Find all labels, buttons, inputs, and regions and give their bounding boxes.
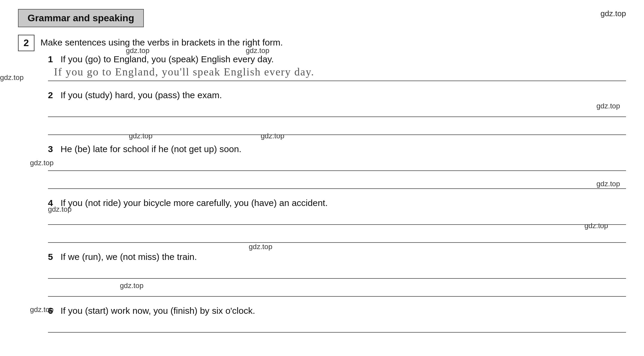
watermark-3: gdz.top [246, 46, 269, 55]
grammar-title: Grammar and speaking [18, 9, 144, 27]
question-1-text: 1 If you (go) to England, you (speak) En… [48, 54, 626, 64]
q4-second-line [48, 228, 626, 243]
q6-number: 6 [48, 306, 57, 316]
question-5-text: 5 If we (run), we (not miss) the train. [48, 252, 626, 262]
q5-answer-container [48, 264, 626, 297]
q2-content: If you (study) hard, you (pass) the exam… [61, 90, 222, 100]
exercise-number: 2 [18, 35, 34, 51]
watermark-13: gdz.top [249, 243, 272, 251]
question-4-text: 4 If you (not ride) your bicycle more ca… [48, 198, 626, 208]
q3-answer-container [48, 156, 626, 189]
q1-content: If you (go) to England, you (speak) Engl… [61, 54, 274, 64]
q1-handwritten: If you go to England, you'll speak Engli… [48, 66, 626, 78]
question-4: 4 If you (not ride) your bicycle more ca… [48, 198, 626, 243]
question-5: 5 If we (run), we (not miss) the train. [48, 252, 626, 297]
q5-second-line [48, 282, 626, 297]
watermark-5: gdz.top [0, 73, 24, 82]
q5-answer-line [48, 264, 626, 279]
q5-number: 5 [48, 252, 57, 262]
q6-answer-container [48, 318, 626, 333]
question-2: 2 If you (study) hard, you (pass) the ex… [48, 90, 626, 135]
q3-content: He (be) late for school if he (not get u… [61, 144, 242, 154]
q6-answer-line [48, 318, 626, 333]
header-section: Grammar and speaking gdz.top [18, 9, 626, 27]
q4-answer-line [48, 210, 626, 225]
question-3: 3 He (be) late for school if he (not get… [48, 144, 626, 189]
q3-answer-line [48, 156, 626, 171]
question-1: 1 If you (go) to England, you (speak) En… [48, 54, 626, 81]
q3-number: 3 [48, 144, 57, 154]
q5-content: If we (run), we (not miss) the train. [61, 252, 197, 262]
q1-answer-line: If you go to England, you'll speak Engli… [48, 66, 626, 81]
q4-content: If you (not ride) your bicycle more care… [61, 198, 328, 208]
question-2-text: 2 If you (study) hard, you (pass) the ex… [48, 90, 626, 100]
question-6: 6 If you (start) work now, you (finish) … [48, 306, 626, 333]
question-6-text: 6 If you (start) work now, you (finish) … [48, 306, 626, 316]
q2-answer-line [48, 102, 626, 117]
q2-number: 2 [48, 90, 57, 100]
q4-number: 4 [48, 198, 57, 208]
question-3-text: 3 He (be) late for school if he (not get… [48, 144, 626, 154]
q1-number: 1 [48, 54, 57, 64]
q4-answer-container [48, 210, 626, 243]
questions-section: 1 If you (go) to England, you (speak) En… [48, 54, 626, 333]
header-watermark: gdz.top [601, 9, 626, 18]
q2-answer-container [48, 102, 626, 135]
q3-second-line [48, 174, 626, 189]
q1-answer-container: If you go to England, you'll speak Engli… [48, 66, 626, 81]
q2-second-line [48, 120, 626, 135]
page-container: Grammar and speaking gdz.top gdz.top gdz… [0, 0, 644, 356]
q6-content: If you (start) work now, you (finish) by… [61, 306, 255, 316]
watermark-2: gdz.top [126, 46, 150, 55]
exercise-row: 2 Make sentences using the verbs in brac… [18, 33, 626, 51]
